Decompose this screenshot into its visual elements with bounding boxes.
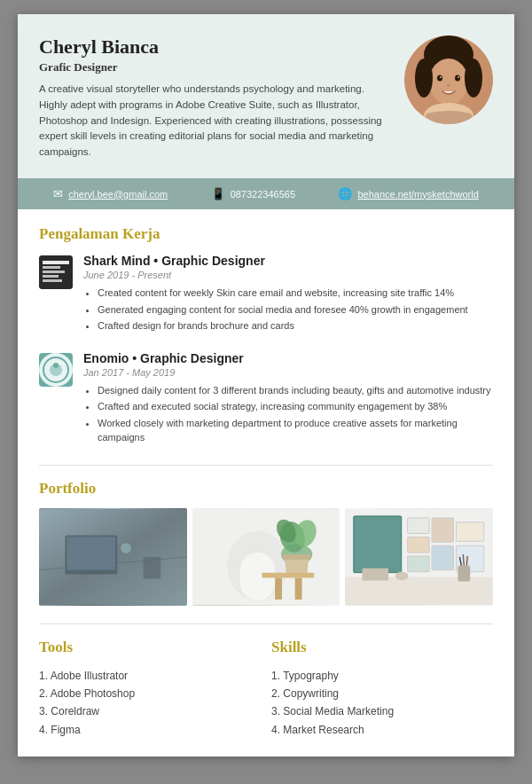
contact-website: 🌐 behance.net/mysketchworld: [338, 187, 478, 200]
phone-number: 087322346565: [231, 189, 295, 200]
tools-column: Tools 1. Adobe Illustrator 2. Adobe Phot…: [39, 639, 271, 740]
svg-point-21: [53, 363, 59, 368]
svg-rect-26: [66, 537, 115, 569]
svg-rect-47: [432, 517, 454, 541]
bullet: Generated engaging content for social me…: [98, 302, 493, 318]
skills-column: Skills 1. Typography 2. Copywriting 3. S…: [271, 639, 493, 740]
svg-rect-15: [43, 270, 65, 273]
tools-title: Tools: [39, 639, 261, 656]
main-content: Pengalaman Kerja Shark Mind: [18, 209, 514, 757]
person-title: Grafic Designer: [39, 60, 390, 74]
tool-item-1: 1. Adobe Illustrator: [39, 667, 261, 685]
resume-card: Cheryl Bianca Grafic Designer A creative…: [18, 14, 514, 757]
experience-title: Pengalaman Kerja: [39, 225, 493, 243]
bullet: Created content for weekly Skin care ema…: [98, 286, 493, 301]
contact-bar: ✉ cheryl.bee@gmail.com 📱 087322346565 🌐 …: [18, 178, 514, 209]
tool-item-4: 4. Figma: [39, 721, 261, 739]
svg-point-9: [447, 84, 451, 87]
svg-point-3: [415, 59, 433, 98]
bullet: Crafted and executed social strategy, in…: [98, 399, 493, 414]
svg-point-4: [465, 59, 482, 98]
svg-rect-48: [432, 545, 454, 569]
job-details-1: Shark Mind • Graphic Designer June 2019 …: [83, 254, 493, 335]
portfolio-image-1: [39, 508, 187, 606]
portfolio-title: Portfolio: [39, 480, 493, 498]
portfolio-image-2: [192, 508, 340, 606]
tools-skills-section: Tools 1. Adobe Illustrator 2. Adobe Phot…: [39, 639, 493, 740]
job-entry-1: Shark Mind • Graphic Designer June 2019 …: [39, 254, 493, 335]
portfolio-section: Portfolio: [39, 480, 493, 606]
svg-rect-13: [43, 261, 69, 264]
header-text: Cheryl Bianca Grafic Designer A creative…: [39, 35, 390, 161]
svg-rect-14: [43, 266, 60, 269]
svg-rect-28: [144, 557, 161, 579]
shark-mind-logo: [39, 255, 73, 289]
contact-phone: 📱 087322346565: [211, 187, 295, 200]
person-bio: A creative visual storyteller who unders…: [39, 82, 390, 161]
job-entry-2: Enomio • Graphic Designer Jan 2017 - May…: [39, 351, 493, 447]
tool-item-3: 3. Coreldraw: [39, 702, 261, 720]
job-date-1: June 2019 - Present: [83, 270, 493, 280]
enomio-logo: [39, 353, 73, 387]
svg-rect-37: [262, 572, 314, 577]
svg-rect-38: [275, 577, 282, 600]
skills-list: 1. Typography 2. Copywriting 3. Social M…: [271, 667, 493, 740]
portfolio-image-3: [345, 508, 493, 606]
svg-point-5: [437, 75, 442, 82]
svg-rect-49: [457, 521, 484, 541]
svg-point-8: [458, 76, 459, 78]
svg-rect-51: [345, 576, 493, 604]
section-divider-2: [39, 623, 493, 624]
svg-rect-42: [354, 515, 402, 572]
svg-point-27: [121, 543, 131, 553]
phone-icon: 📱: [211, 187, 225, 200]
header-section: Cheryl Bianca Grafic Designer A creative…: [18, 14, 514, 178]
skill-item-2: 2. Copywriting: [271, 685, 493, 702]
svg-point-2: [429, 59, 468, 105]
job-title-2: Enomio • Graphic Designer: [83, 351, 493, 365]
svg-rect-46: [408, 556, 430, 572]
job-date-2: Jan 2017 - May 2019: [83, 367, 493, 378]
bullet: Designed daily content for 3 different b…: [98, 383, 493, 398]
skill-item-4: 4. Market Research: [271, 721, 493, 739]
person-name: Cheryl Bianca: [39, 35, 390, 59]
svg-rect-17: [43, 279, 62, 282]
skill-item-1: 1. Typography: [271, 667, 493, 685]
svg-line-56: [464, 554, 465, 566]
svg-rect-44: [408, 517, 430, 533]
svg-rect-52: [363, 568, 388, 580]
svg-point-6: [455, 75, 460, 82]
website-link[interactable]: behance.net/mysketchworld: [357, 189, 478, 200]
svg-rect-39: [294, 577, 301, 600]
email-icon: ✉: [53, 187, 63, 200]
svg-rect-53: [395, 571, 409, 580]
skills-title: Skills: [271, 639, 493, 656]
avatar-image: [404, 35, 493, 124]
bullet: Crafted design for brands brochure and c…: [98, 318, 493, 333]
svg-rect-16: [43, 275, 59, 278]
svg-line-57: [467, 556, 468, 566]
job-title-1: Shark Mind • Graphic Designer: [83, 254, 493, 268]
job-details-2: Enomio • Graphic Designer Jan 2017 - May…: [83, 351, 493, 447]
contact-email: ✉ cheryl.bee@gmail.com: [53, 187, 168, 200]
skill-item-3: 3. Social Media Marketing: [271, 702, 493, 720]
section-divider: [39, 465, 493, 466]
svg-rect-45: [408, 537, 430, 553]
tools-list: 1. Adobe Illustrator 2. Adobe Photoshop …: [39, 667, 261, 740]
svg-rect-54: [458, 565, 471, 581]
globe-icon: 🌐: [338, 187, 352, 200]
tool-item-2: 2. Adobe Photoshop: [39, 685, 261, 702]
avatar: [404, 35, 493, 124]
experience-section: Pengalaman Kerja Shark Mind: [39, 225, 493, 447]
job-bullets-1: Created content for weekly Skin care ema…: [83, 286, 493, 333]
svg-rect-36: [283, 554, 310, 560]
svg-point-7: [440, 76, 442, 78]
portfolio-grid: [39, 508, 493, 606]
email-link[interactable]: cheryl.bee@gmail.com: [68, 189, 168, 200]
job-bullets-2: Designed daily content for 3 different b…: [83, 383, 493, 445]
bullet: Worked closely with marketing department…: [98, 416, 493, 445]
